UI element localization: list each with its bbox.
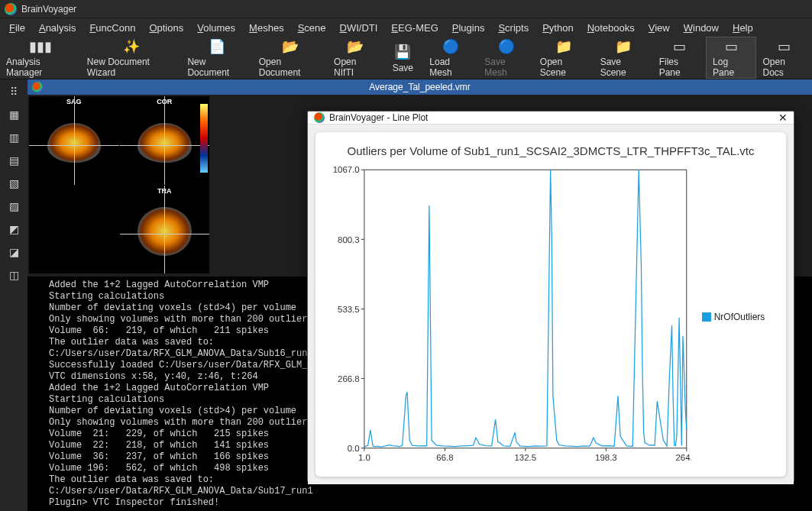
menu-notebooks[interactable]: Notebooks — [581, 21, 641, 35]
menu-python[interactable]: Python — [536, 21, 579, 35]
menubar: FileAnalysisFuncConnOptionsVolumesMeshes… — [0, 18, 812, 37]
menu-scene[interactable]: Scene — [292, 21, 332, 35]
legend-swatch — [702, 312, 711, 322]
toolbar-label: Analysis Manager — [6, 57, 75, 78]
svg-text:533.5: 533.5 — [338, 305, 360, 314]
mesh-load-icon: 🔵 — [442, 38, 460, 55]
toolbar-open-scene[interactable]: 📁Open Scene — [534, 37, 594, 79]
sidebar-tool-3[interactable]: ▥ — [5, 128, 23, 147]
folder-open-icon: 📂 — [281, 38, 299, 55]
svg-text:264.0: 264.0 — [675, 453, 691, 462]
menu-volumes[interactable]: Volumes — [191, 21, 241, 35]
sidebar-tool-9[interactable]: ◫ — [5, 266, 23, 284]
sidebar-tool-7[interactable]: ◩ — [5, 220, 23, 238]
toolbar-label: Log Pane — [713, 57, 749, 78]
menu-plugins[interactable]: Plugins — [446, 21, 491, 35]
toolbar-label: Open NIfTI — [334, 57, 376, 78]
plot-legend: NrOfOutliers — [691, 165, 775, 469]
scene-save-icon: 📁 — [614, 38, 632, 55]
svg-text:800.3: 800.3 — [338, 235, 360, 244]
toolbar-load-mesh[interactable]: 🔵Load Mesh — [423, 37, 478, 79]
save-icon: 💾 — [393, 43, 412, 61]
toolbar-open-document[interactable]: 📂Open Document — [253, 37, 328, 79]
colorbar — [200, 104, 208, 173]
toolbar-new-document[interactable]: 📄New Document — [181, 37, 252, 79]
toolbar-label: Save Mesh — [484, 57, 528, 78]
toolbar-label: Open Document — [259, 57, 322, 78]
toolbar-label: Open Docs — [762, 57, 806, 78]
toolbar-new-document-wizard[interactable]: ✨New Document Wizard — [81, 37, 182, 79]
line-plot-window[interactable]: BrainVoyager - Line Plot ✕ Outliers per … — [307, 111, 794, 482]
scene-open-icon: 📁 — [555, 38, 573, 55]
app-title: BrainVoyager — [21, 4, 76, 15]
menu-funcconn[interactable]: FuncConn — [83, 21, 141, 35]
brain-view-cor[interactable]: COR — [120, 96, 210, 185]
menu-help[interactable]: Help — [726, 21, 759, 35]
app-icon — [5, 3, 17, 15]
menu-view[interactable]: View — [642, 21, 676, 35]
toolbar-log-pane[interactable]: ▭Log Pane — [706, 37, 756, 79]
plot-window-title: BrainVoyager - Line Plot — [329, 112, 428, 123]
svg-text:132.5: 132.5 — [515, 453, 537, 462]
toolbar-open-nifti[interactable]: 📂Open NIfTI — [328, 37, 382, 79]
document-tabbar[interactable]: Average_Tal_peeled.vmr — [27, 79, 812, 95]
plot-close-button[interactable]: ✕ — [778, 112, 788, 124]
wand-icon: ✨ — [122, 38, 141, 55]
bars-icon: ▮▮▮ — [31, 38, 50, 55]
plot-titlebar[interactable]: BrainVoyager - Line Plot ✕ — [308, 112, 794, 125]
toolbar-analysis-manager[interactable]: ▮▮▮Analysis Manager — [0, 37, 81, 79]
menu-eegmeg[interactable]: EEG-MEG — [385, 21, 444, 35]
toolbar-label: New Document Wizard — [87, 57, 176, 78]
pane-icon: ▭ — [722, 38, 740, 55]
brain-view-tra[interactable]: TRA — [120, 186, 210, 274]
toolbar-save-scene[interactable]: 📁Save Scene — [594, 37, 653, 79]
sidebar-tool-5[interactable]: ▧ — [5, 174, 23, 192]
menu-meshes[interactable]: Meshes — [243, 21, 290, 35]
document-tab-title: Average_Tal_peeled.vmr — [369, 82, 471, 92]
svg-text:1.0: 1.0 — [358, 453, 370, 462]
toolbar-save-mesh: 🔵Save Mesh — [478, 37, 534, 79]
svg-text:266.8: 266.8 — [338, 374, 360, 383]
menu-dwidti[interactable]: DWI/DTI — [334, 21, 384, 35]
menu-analysis[interactable]: Analysis — [33, 21, 82, 35]
toolbar-label: Load Mesh — [429, 57, 472, 78]
svg-text:1067.0: 1067.0 — [333, 165, 360, 174]
menu-window[interactable]: Window — [678, 21, 725, 35]
folder-n-icon: 📂 — [346, 38, 364, 55]
brain-view-sag[interactable]: SAG — [29, 96, 119, 185]
pane-icon: ▭ — [775, 38, 794, 55]
brain-view-empty — [29, 186, 119, 274]
plot-area[interactable]: 0.0266.8533.5800.31067.01.066.8132.5198.… — [326, 165, 691, 469]
doc-new-icon: 📄 — [208, 38, 226, 55]
toolbar-label: Open Scene — [540, 57, 588, 78]
window-titlebar: BrainVoyager — [0, 0, 812, 18]
sidebar-tool-6[interactable]: ▨ — [5, 197, 23, 215]
plot-app-icon — [314, 112, 325, 123]
pane-icon: ▭ — [670, 38, 688, 55]
menu-scripts[interactable]: Scripts — [492, 21, 535, 35]
document-icon — [32, 82, 43, 92]
legend-label: NrOfOutliers — [714, 312, 765, 322]
toolbar-label: Files Pane — [659, 57, 700, 78]
brain-view-panel[interactable]: SAG COR TRA — [29, 96, 209, 273]
toolbar-open-docs[interactable]: ▭Open Docs — [756, 37, 812, 79]
menu-options[interactable]: Options — [143, 21, 189, 35]
sidebar-tool-2[interactable]: ▦ — [5, 105, 23, 124]
left-sidebar: ⠿ ▦ ▥ ▤ ▧ ▨ ◩ ◪ ◫ — [0, 79, 27, 511]
sidebar-tool-8[interactable]: ◪ — [5, 243, 23, 261]
toolbar-files-pane[interactable]: ▭Files Pane — [653, 37, 706, 79]
plot-title: Outliers per Volume of Sub1_run1_SCSAI2_… — [326, 144, 775, 157]
toolbar-label: Save Scene — [600, 57, 647, 78]
svg-text:66.8: 66.8 — [436, 453, 453, 462]
mesh-save-icon: 🔵 — [497, 38, 516, 55]
toolbar: ▮▮▮Analysis Manager✨New Document Wizard📄… — [0, 37, 812, 79]
svg-text:198.3: 198.3 — [595, 453, 617, 462]
toolbar-save[interactable]: 💾Save — [382, 37, 423, 79]
sidebar-tool-4[interactable]: ▤ — [5, 151, 23, 170]
menu-file[interactable]: File — [3, 21, 31, 35]
sidebar-tool-1[interactable]: ⠿ — [5, 82, 23, 101]
toolbar-label: New Document — [187, 57, 246, 78]
toolbar-label: Save — [393, 63, 413, 73]
svg-text:0.0: 0.0 — [348, 444, 360, 453]
